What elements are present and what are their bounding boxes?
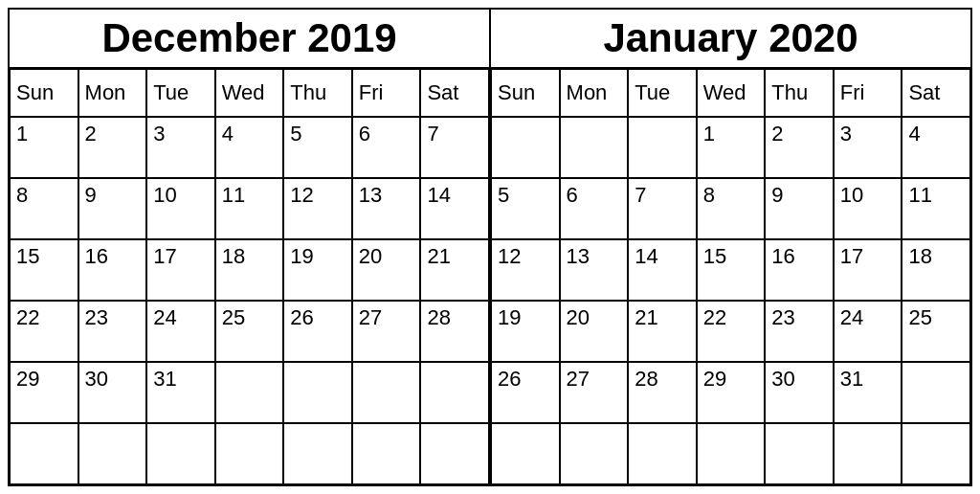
january-day-5-3	[697, 423, 766, 484]
december-day-2-3: 18	[215, 239, 284, 301]
january-day-5-0	[491, 423, 560, 484]
december-day-1-6: 14	[420, 178, 489, 239]
december-day-0-4: 5	[283, 117, 352, 178]
december-day-5-5	[352, 423, 421, 484]
december-day-2-1: 16	[78, 239, 147, 301]
january-day-1-2: 7	[628, 178, 697, 239]
december-day-1-5: 13	[352, 178, 421, 239]
january-day-2-4: 16	[765, 239, 834, 301]
january-day-1-3: 8	[697, 178, 766, 239]
january-day-5-6	[902, 423, 970, 484]
december-day-2-6: 21	[420, 239, 489, 301]
december-day-0-5: 6	[352, 117, 421, 178]
january-day-3-0: 19	[491, 301, 560, 362]
december-header-sat: Sat	[420, 69, 489, 117]
december-calendar: December 2019 SunMonTueWedThuFriSat12345…	[8, 8, 490, 486]
december-day-1-4: 12	[283, 178, 352, 239]
january-day-2-0: 12	[491, 239, 560, 301]
december-day-2-5: 20	[352, 239, 421, 301]
january-day-1-1: 6	[560, 178, 629, 239]
december-day-3-2: 24	[146, 301, 215, 362]
january-header-tue: Tue	[628, 69, 697, 117]
december-header-wed: Wed	[215, 69, 284, 117]
january-day-0-4: 2	[765, 117, 834, 178]
december-day-2-2: 17	[146, 239, 215, 301]
january-grid: SunMonTueWedThuFriSat1234567891011121314…	[491, 69, 970, 484]
january-header-wed: Wed	[697, 69, 766, 117]
december-day-0-2: 3	[146, 117, 215, 178]
january-day-0-3: 1	[697, 117, 766, 178]
january-header-mon: Mon	[560, 69, 629, 117]
january-day-0-5: 3	[834, 117, 902, 178]
january-day-3-2: 21	[628, 301, 697, 362]
december-day-4-1: 30	[78, 362, 147, 423]
december-day-1-1: 9	[78, 178, 147, 239]
january-day-2-1: 13	[560, 239, 629, 301]
december-day-0-1: 2	[78, 117, 147, 178]
december-day-0-3: 4	[215, 117, 284, 178]
january-day-1-6: 11	[902, 178, 970, 239]
december-grid: SunMonTueWedThuFriSat1234567891011121314…	[10, 69, 489, 484]
december-day-3-3: 25	[215, 301, 284, 362]
december-day-3-4: 26	[283, 301, 352, 362]
january-day-4-3: 29	[697, 362, 766, 423]
december-header-sun: Sun	[10, 69, 78, 117]
december-day-1-3: 11	[215, 178, 284, 239]
december-day-5-3	[215, 423, 284, 484]
january-day-2-5: 17	[834, 239, 902, 301]
january-day-4-2: 28	[628, 362, 697, 423]
december-header-thu: Thu	[283, 69, 352, 117]
january-day-3-4: 23	[765, 301, 834, 362]
january-day-0-2	[628, 117, 697, 178]
december-day-0-6: 7	[420, 117, 489, 178]
january-day-5-5	[834, 423, 902, 484]
january-calendar: January 2020 SunMonTueWedThuFriSat123456…	[490, 8, 972, 486]
december-day-4-5	[352, 362, 421, 423]
january-day-1-4: 9	[765, 178, 834, 239]
december-header-mon: Mon	[78, 69, 147, 117]
december-day-3-0: 22	[10, 301, 78, 362]
december-day-4-6	[420, 362, 489, 423]
january-day-4-0: 26	[491, 362, 560, 423]
january-day-3-3: 22	[697, 301, 766, 362]
december-day-3-5: 27	[352, 301, 421, 362]
december-day-5-1	[78, 423, 147, 484]
december-day-3-6: 28	[420, 301, 489, 362]
december-day-0-0: 1	[10, 117, 78, 178]
january-day-1-5: 10	[834, 178, 902, 239]
january-day-4-4: 30	[765, 362, 834, 423]
december-title: December 2019	[10, 10, 489, 69]
december-day-1-2: 10	[146, 178, 215, 239]
december-day-4-2: 31	[146, 362, 215, 423]
january-day-2-6: 18	[902, 239, 970, 301]
december-header-fri: Fri	[352, 69, 421, 117]
december-day-5-4	[283, 423, 352, 484]
january-day-3-1: 20	[560, 301, 629, 362]
calendars-wrapper: December 2019 SunMonTueWedThuFriSat12345…	[0, 0, 980, 494]
january-header-sun: Sun	[491, 69, 560, 117]
january-title: January 2020	[491, 10, 970, 69]
december-day-2-0: 15	[10, 239, 78, 301]
december-day-4-4	[283, 362, 352, 423]
january-day-1-0: 5	[491, 178, 560, 239]
january-day-4-6	[902, 362, 970, 423]
december-day-3-1: 23	[78, 301, 147, 362]
january-day-3-6: 25	[902, 301, 970, 362]
december-header-tue: Tue	[146, 69, 215, 117]
december-day-4-3	[215, 362, 284, 423]
january-day-4-5: 31	[834, 362, 902, 423]
december-day-2-4: 19	[283, 239, 352, 301]
december-day-5-0	[10, 423, 78, 484]
january-day-5-1	[560, 423, 629, 484]
january-header-sat: Sat	[902, 69, 970, 117]
january-header-thu: Thu	[765, 69, 834, 117]
january-day-0-0	[491, 117, 560, 178]
december-day-1-0: 8	[10, 178, 78, 239]
january-day-0-1	[560, 117, 629, 178]
january-day-3-5: 24	[834, 301, 902, 362]
january-day-5-4	[765, 423, 834, 484]
december-day-4-0: 29	[10, 362, 78, 423]
january-day-2-2: 14	[628, 239, 697, 301]
december-day-5-2	[146, 423, 215, 484]
december-day-5-6	[420, 423, 489, 484]
